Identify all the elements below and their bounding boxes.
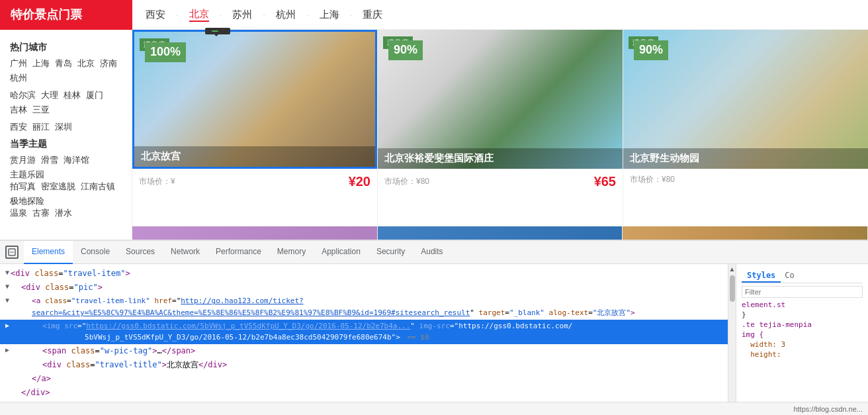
theme-escape[interactable]: 密室逃脱	[41, 181, 75, 193]
nav-item-hangzhou[interactable]: 杭州	[276, 9, 296, 21]
nav-sep-3: ·	[263, 10, 265, 20]
style-brace-close-1: }	[742, 310, 746, 319]
strip-1	[132, 226, 378, 240]
style-rule-6: height:	[742, 350, 863, 359]
nav-item-chongqing[interactable]: 重庆	[363, 9, 382, 21]
city-beijing[interactable]: 北京	[77, 58, 95, 69]
tab-network[interactable]: Network	[163, 241, 208, 264]
tooltip-tag	[212, 30, 218, 32]
cards-area: 100% 满意度 北京故宫 市场价：¥ ¥20 90%	[132, 30, 868, 240]
styles-panel: Styles Co element.st } .te tejia-menpia …	[736, 264, 868, 402]
tab-console[interactable]: Console	[73, 241, 118, 264]
style-rule-5: width: 3	[742, 340, 863, 349]
style-rule-4: img {	[742, 330, 863, 339]
card-palace[interactable]: 100% 满意度 北京故宫 市场价：¥ ¥20	[132, 30, 378, 226]
themes-row3: 温泉 古寨 潜水	[10, 207, 122, 219]
expand-arrow-4[interactable]: ▶	[5, 320, 9, 331]
theme-ancient[interactable]: 古寨	[32, 207, 50, 219]
style-width-prop: width: 3	[750, 340, 785, 349]
styles-filter[interactable]	[742, 286, 863, 298]
nav-sep-2: ·	[220, 10, 222, 20]
expand-arrow-5[interactable]: ▶	[5, 345, 9, 355]
html-line-8[interactable]: ▶ </div>	[0, 386, 728, 400]
html-line-3[interactable]: ▼ <a class="travel-item-link" href="http…	[0, 295, 728, 319]
html-line-6[interactable]: ▶ <div class="travel-title">北京故宫</div>	[0, 358, 728, 372]
nav-item-shanghai[interactable]: 上海	[320, 9, 339, 21]
devtools-content: ▼ <div class="travel-item"> ▼ <div class…	[0, 264, 868, 402]
img-tooltip	[205, 28, 230, 34]
theme-park[interactable]: 主题乐园	[10, 169, 44, 181]
palace-satisfaction: 100%	[145, 42, 186, 62]
tab-audits[interactable]: Audits	[413, 241, 451, 264]
chateau-satisfaction: 90%	[388, 40, 423, 60]
html-line-5[interactable]: ▶ <span class="w-pic-tag">…</span>	[0, 344, 728, 358]
tab-memory[interactable]: Memory	[269, 241, 314, 264]
computed-tab[interactable]: Co	[781, 269, 798, 283]
city-xiamen[interactable]: 厦门	[86, 89, 103, 101]
expand-arrow-1[interactable]: ▼	[5, 267, 9, 278]
cards-row-2	[132, 226, 868, 240]
html-line-1[interactable]: ▼ <div class="travel-item">	[0, 267, 728, 281]
html-line-4-content: <img src="https://gss0.bdstatic.com/5bVW…	[42, 320, 572, 344]
tab-network-label: Network	[171, 247, 200, 256]
city-jinan[interactable]: 济南	[100, 58, 117, 69]
tab-elements[interactable]: Elements	[24, 241, 73, 264]
html-line-7[interactable]: ▶ </a>	[0, 372, 728, 386]
theme-polar[interactable]: 极地探险	[10, 195, 44, 207]
scroll-thumb[interactable]	[730, 275, 735, 302]
theme-spring[interactable]: 温泉	[10, 207, 27, 219]
theme-dive[interactable]: 潜水	[55, 207, 72, 219]
cities-row2: 哈尔滨 大理 桂林 厦门 吉林 三亚	[10, 89, 122, 116]
theme-photo[interactable]: 拍写真	[10, 181, 36, 193]
card-zoo-img: 90% 满意度 北京野生动物园	[623, 30, 868, 169]
styles-tab[interactable]: Styles	[742, 269, 781, 283]
city-guangzhou[interactable]: 广州	[10, 58, 27, 69]
city-jilin[interactable]: 吉林	[10, 104, 27, 116]
card-zoo[interactable]: 90% 满意度 北京野生动物园 市场价：¥80	[623, 30, 868, 226]
zoo-market-price: 市场价：¥80	[630, 174, 675, 185]
city-harbin[interactable]: 哈尔滨	[10, 89, 36, 101]
scroll-up-arrow[interactable]: ▲	[729, 265, 736, 273]
theme-jiangnan[interactable]: 江南古镇	[81, 181, 115, 193]
city-guilin[interactable]: 桂林	[64, 89, 81, 101]
card-chateau[interactable]: 90% 满意度 北京张裕爱斐堡国际酒庄 市场价：¥80 ¥65	[378, 30, 623, 226]
inspect-icon[interactable]	[5, 246, 19, 259]
city-lijiang[interactable]: 丽江	[32, 121, 50, 133]
style-rule-3: .te tejia-menpia	[742, 320, 863, 329]
strip-2	[378, 226, 623, 240]
site-header: 特价景点门票 西安 · 北京 · 苏州 · 杭州 · 上海 · 重庆	[0, 0, 868, 30]
city-shenzhen[interactable]: 深圳	[55, 121, 72, 133]
hot-cities-title: 热门城市	[10, 42, 122, 54]
nav-sep: ·	[176, 10, 179, 20]
city-dali[interactable]: 大理	[41, 89, 58, 101]
html-scrollbar[interactable]: ▲	[728, 264, 736, 402]
city-xian[interactable]: 西安	[10, 121, 27, 133]
city-qingdao[interactable]: 青岛	[55, 58, 72, 69]
nav-item-beijing[interactable]: 北京	[189, 8, 209, 22]
city-shanghai[interactable]: 上海	[32, 58, 50, 69]
nav-item-suzhou[interactable]: 苏州	[232, 9, 252, 21]
nav-item-xian[interactable]: 西安	[146, 9, 165, 21]
palace-title: 北京故宫	[134, 146, 375, 167]
expand-arrow-2[interactable]: ▼	[5, 281, 9, 292]
expand-arrow-3[interactable]: ▼	[5, 295, 9, 306]
html-line-4-selected[interactable]: ▶ <img src="https://gss0.bdstatic.com/5b…	[0, 320, 728, 344]
theme-ski[interactable]: 滑雪	[41, 154, 58, 166]
tab-application[interactable]: Application	[314, 241, 369, 264]
theme-moon[interactable]: 赏月游	[10, 154, 36, 166]
tab-sources[interactable]: Sources	[118, 241, 163, 264]
tab-security[interactable]: Security	[369, 241, 413, 264]
tab-performance[interactable]: Performance	[208, 241, 269, 264]
website-area: 特价景点门票 西安 · 北京 · 苏州 · 杭州 · 上海 · 重庆 热门城市 …	[0, 0, 868, 240]
city-hangzhou[interactable]: 杭州	[10, 72, 27, 84]
main-content: 热门城市 广州 上海 青岛 北京 济南 杭州 哈尔滨 大理 桂林 厦门 吉林 三…	[0, 30, 868, 240]
themes-row2: 拍写真 密室逃脱 江南古镇 极地探险	[10, 181, 122, 207]
html-line-2-content: <div class="pic">	[21, 281, 103, 294]
theme-ocean[interactable]: 海洋馆	[64, 154, 89, 166]
palace-price: ¥20	[349, 174, 370, 189]
palace-market-price: 市场价：¥	[139, 176, 175, 187]
html-panel[interactable]: ▼ <div class="travel-item"> ▼ <div class…	[0, 264, 728, 402]
html-line-2[interactable]: ▼ <div class="pic">	[0, 281, 728, 295]
nav-sep-4: ·	[306, 10, 309, 20]
city-sanya[interactable]: 三亚	[32, 104, 50, 116]
